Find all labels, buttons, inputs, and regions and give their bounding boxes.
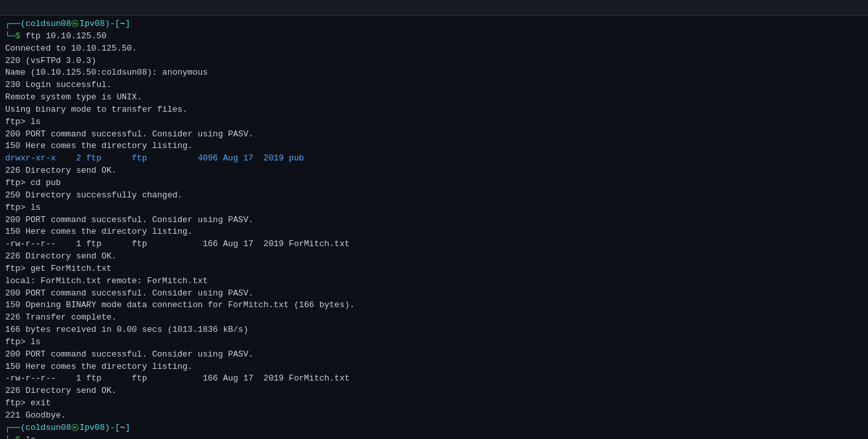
prompt-2: ┌──(coldsun08㉿Ipv08)-[~] xyxy=(5,422,863,434)
output-226-3: 226 Transfer complete. xyxy=(5,312,863,324)
output-drwx: drwxr-xr-x 2 ftp ftp 4096 Aug 17 2019 pu… xyxy=(5,153,863,165)
output-local: local: ForMitch.txt remote: ForMitch.txt xyxy=(5,275,863,288)
output-ftp-cd: ftp> cd pub xyxy=(5,177,863,190)
output-200-1: 200 PORT command successful. Consider us… xyxy=(5,129,863,141)
output-150-3: 150 Opening BINARY mode data connection … xyxy=(5,299,863,312)
output-ftp-ls3: ftp> ls xyxy=(5,336,863,349)
output-ftp-get: ftp> get ForMitch.txt xyxy=(5,263,863,275)
output-rw-1: -rw-r--r-- 1 ftp ftp 166 Aug 17 2019 For… xyxy=(5,238,863,251)
terminal-content[interactable]: ┌──(coldsun08㉿Ipv08)-[~] └─$ ftp 10.10.1… xyxy=(0,16,868,439)
output-200-2: 200 PORT command successful. Consider us… xyxy=(5,214,863,227)
output-rw-2: -rw-r--r-- 1 ftp ftp 166 Aug 17 2019 For… xyxy=(5,373,863,385)
output-226-4: 226 Directory send OK. xyxy=(5,385,863,397)
cmd-1: └─$ ftp 10.10.125.50 xyxy=(5,31,863,43)
output-150-2: 150 Here comes the directory listing. xyxy=(5,226,863,238)
output-166: 166 bytes received in 0.00 secs (1013.18… xyxy=(5,324,863,336)
output-binary: Using binary mode to transfer files. xyxy=(5,104,863,116)
output-150-1: 150 Here comes the directory listing. xyxy=(5,140,863,153)
output-226-1: 226 Directory send OK. xyxy=(5,165,863,177)
output-remote: Remote system type is UNIX. xyxy=(5,92,863,104)
output-230: 230 Login successful. xyxy=(5,79,863,92)
terminal-window: ┌──(coldsun08㉿Ipv08)-[~] └─$ ftp 10.10.1… xyxy=(0,0,868,439)
output-ftp-ls2: ftp> ls xyxy=(5,202,863,214)
output-200-3: 200 PORT command successful. Consider us… xyxy=(5,288,863,300)
terminal-topbar xyxy=(0,0,868,16)
output-ftp-exit: ftp> exit xyxy=(5,397,863,410)
output-226-2: 226 Directory send OK. xyxy=(5,251,863,263)
output-250: 250 Directory successfully changed. xyxy=(5,190,863,202)
output-connected: Connected to 10.10.125.50. xyxy=(5,43,863,55)
output-ftp-ls1: ftp> ls xyxy=(5,116,863,129)
output-150-4: 150 Here comes the directory listing. xyxy=(5,361,863,373)
output-200-4: 200 PORT command successful. Consider us… xyxy=(5,349,863,361)
output-name: Name (10.10.125.50:coldsun08): anonymous xyxy=(5,67,863,79)
cmd-2: └─$ ls xyxy=(5,434,863,439)
prompt-1: ┌──(coldsun08㉿Ipv08)-[~] xyxy=(5,18,863,31)
output-221: 221 Goodbye. xyxy=(5,410,863,422)
output-220: 220 (vsFTPd 3.0.3) xyxy=(5,55,863,68)
